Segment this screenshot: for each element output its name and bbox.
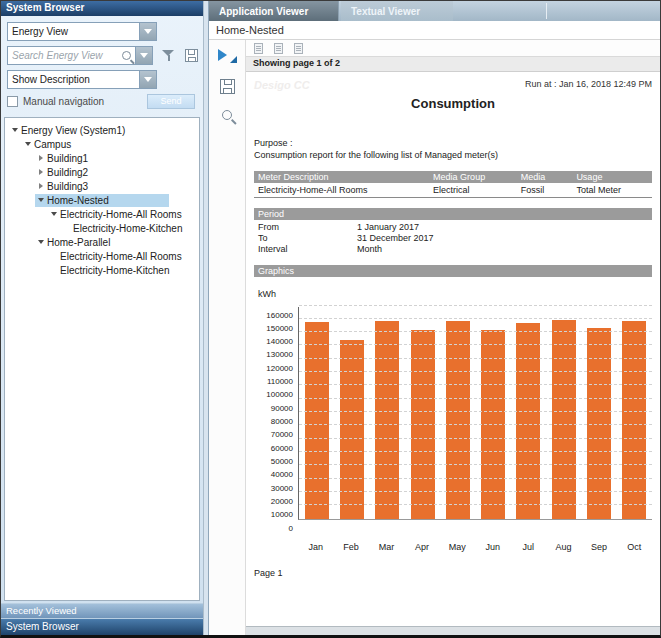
- y-tick-label: 10000: [271, 510, 293, 519]
- run-at-timestamp: Run at : Jan 16, 2018 12:49 PM: [254, 79, 652, 89]
- tree-item-label: Electricity-Home-All Rooms: [60, 251, 182, 262]
- expanded-arrow-icon[interactable]: [35, 240, 47, 244]
- tree-item[interactable]: Home-Parallel: [9, 235, 199, 249]
- x-tick-label: Oct: [617, 542, 652, 552]
- tab-divider: [546, 3, 547, 19]
- recently-viewed-bar[interactable]: Recently Viewed: [1, 603, 203, 618]
- consumption-bar: [622, 321, 646, 518]
- expanded-arrow-icon[interactable]: [22, 142, 34, 146]
- purpose-label: Purpose :: [254, 137, 652, 149]
- y-tick-label: 120000: [266, 364, 293, 373]
- tree-item-label: Campus: [34, 139, 71, 150]
- search-dropdown-button[interactable]: [135, 47, 152, 64]
- tree-item-label: Electricity-Home-All Rooms: [60, 209, 182, 220]
- save-filter-icon[interactable]: [185, 49, 198, 62]
- period-row: IntervalMonth: [254, 244, 652, 255]
- page-setup-icon[interactable]: [274, 43, 283, 54]
- search-box[interactable]: [7, 46, 153, 65]
- chevron-down-icon: [140, 53, 148, 58]
- search-input[interactable]: [8, 50, 122, 61]
- report-page: Desigo CC Run at : Jan 16, 2018 12:49 PM…: [246, 72, 660, 626]
- tree-item[interactable]: Building3: [9, 179, 199, 193]
- tree-item-label: Building3: [47, 181, 88, 192]
- period-section-header: Period: [254, 208, 652, 220]
- view-mode-dropdown-button[interactable]: [139, 23, 156, 40]
- consumption-bar: [446, 321, 470, 519]
- tree-item[interactable]: Electricity-Home-All Rooms: [9, 207, 199, 221]
- table-row: Electricity-Home-All RoomsElectricalFoss…: [254, 183, 652, 197]
- period-row: To31 December 2017: [254, 233, 652, 244]
- zoom-icon[interactable]: [222, 110, 232, 120]
- x-tick-label: Jan: [298, 542, 333, 552]
- expanded-arrow-icon[interactable]: [9, 128, 21, 132]
- x-tick-label: Apr: [404, 542, 439, 552]
- y-tick-label: 130000: [266, 350, 293, 359]
- y-tick-label: 0: [289, 524, 293, 533]
- period-rows: From1 January 2017To31 December 2017Inte…: [254, 222, 652, 255]
- view-mode-dropdown[interactable]: Energy View: [7, 22, 157, 41]
- system-browser-header: System Browser: [1, 1, 203, 16]
- period-row: From1 January 2017: [254, 222, 652, 233]
- tree-item[interactable]: Electricity-Home-Kitchen: [9, 221, 199, 235]
- print-icon[interactable]: [254, 43, 263, 54]
- expanded-arrow-icon[interactable]: [35, 198, 47, 202]
- y-tick-label: 20000: [271, 497, 293, 506]
- report-side-toolbar: [209, 40, 246, 635]
- tree-item[interactable]: Campus: [9, 137, 199, 151]
- meter-table-header: Meter Description: [254, 171, 429, 183]
- tree-item[interactable]: Home-Nested: [9, 193, 199, 207]
- x-tick-label: Jun: [475, 542, 510, 552]
- viewer-bottom-strip: [246, 626, 660, 635]
- search-icon[interactable]: [122, 51, 131, 60]
- system-browser-panel: System Browser Energy View: [1, 1, 203, 635]
- manual-navigation-label: Manual navigation: [23, 96, 147, 107]
- y-tick-label: 30000: [271, 484, 293, 493]
- expanded-arrow-icon[interactable]: [48, 212, 60, 216]
- run-report-icon[interactable]: [217, 48, 237, 63]
- y-tick-label: 150000: [266, 324, 293, 333]
- chart-plot-area: [298, 307, 652, 520]
- tab-application-viewer[interactable]: Application Viewer: [209, 1, 339, 21]
- meter-table-header: Usage: [572, 171, 652, 183]
- consumption-bar: [552, 320, 576, 518]
- report-logo-watermark: Desigo CC: [254, 79, 310, 91]
- x-tick-label: Sep: [581, 542, 616, 552]
- tree-item-label: Building1: [47, 153, 88, 164]
- x-tick-label: May: [440, 542, 475, 552]
- report-title: Consumption: [254, 96, 652, 111]
- chevron-down-icon: [144, 77, 152, 82]
- tree-item[interactable]: Building1: [9, 151, 199, 165]
- export-icon[interactable]: [294, 43, 303, 54]
- page-number-footer: Page 1: [254, 568, 652, 578]
- save-icon[interactable]: [220, 79, 235, 94]
- tree-item[interactable]: Electricity-Home-Kitchen: [9, 263, 199, 277]
- collapsed-arrow-icon[interactable]: [35, 169, 47, 175]
- tab-textual-viewer[interactable]: Textual Viewer: [341, 1, 453, 21]
- tree-item[interactable]: Energy View (System1): [9, 123, 199, 137]
- display-mode-dropdown-button[interactable]: [139, 71, 156, 88]
- collapsed-arrow-icon[interactable]: [35, 155, 47, 161]
- y-tick-label: 50000: [271, 457, 293, 466]
- y-tick-label: 40000: [271, 470, 293, 479]
- purpose-text: Consumption report for the following lis…: [254, 149, 652, 161]
- send-button[interactable]: Send: [147, 94, 195, 109]
- collapsed-arrow-icon[interactable]: [35, 183, 47, 189]
- tree-item[interactable]: Electricity-Home-All Rooms: [9, 249, 199, 263]
- tree-item-label: Home-Parallel: [47, 237, 110, 248]
- x-tick-label: Jul: [510, 542, 545, 552]
- system-browser-bar[interactable]: System Browser: [1, 618, 203, 635]
- chart-unit-label: kWh: [258, 289, 652, 299]
- consumption-bar: [587, 328, 611, 519]
- display-mode-dropdown[interactable]: Show Description: [7, 70, 157, 89]
- consumption-bar: [516, 323, 540, 519]
- manual-navigation-checkbox[interactable]: [7, 96, 18, 107]
- graphics-section-header: Graphics: [254, 265, 652, 277]
- y-tick-label: 110000: [267, 377, 293, 386]
- tree-item-label: Home-Nested: [47, 195, 109, 206]
- consumption-bar: [305, 322, 329, 518]
- y-tick-label: 100000: [266, 390, 293, 399]
- viewer-panel: Application Viewer Textual Viewer Home-N…: [209, 1, 660, 635]
- consumption-chart: 0100002000030000400005000060000700008000…: [254, 307, 652, 539]
- tree-item[interactable]: Building2: [9, 165, 199, 179]
- filter-icon[interactable]: [162, 49, 175, 62]
